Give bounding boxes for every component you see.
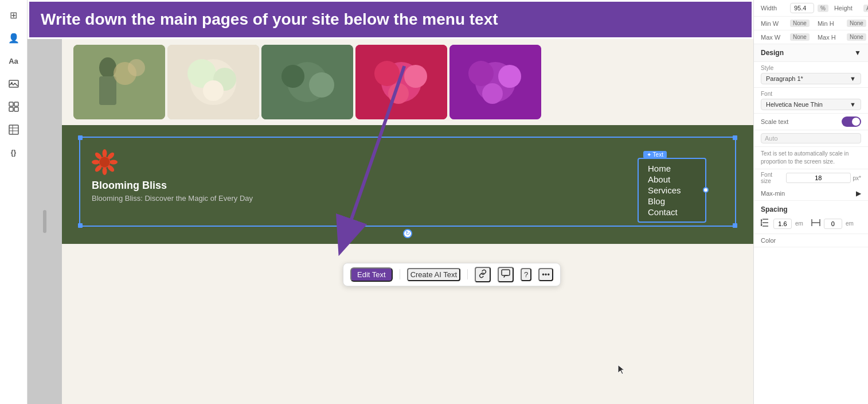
max-min-chevron[interactable]: ▶	[856, 189, 861, 197]
svg-rect-12	[99, 76, 116, 105]
line-height-input[interactable]	[773, 219, 792, 229]
scale-text-row: Scale text	[754, 114, 868, 130]
image-icon[interactable]	[3, 73, 24, 94]
max-w-value[interactable]: None	[790, 33, 810, 41]
text-icon[interactable]: Aa	[3, 50, 24, 71]
edit-text-button[interactable]: Edit Text	[350, 267, 393, 282]
comment-button[interactable]	[498, 267, 514, 282]
flower-image-5	[449, 45, 541, 119]
table-icon[interactable]	[3, 119, 24, 140]
flower-image-2	[167, 45, 259, 119]
font-label: Font	[761, 91, 861, 97]
grid-icon[interactable]: ⊞	[3, 5, 24, 25]
resize-handle-bl[interactable]	[78, 223, 83, 228]
svg-point-43	[92, 160, 100, 164]
auto-row	[754, 130, 868, 147]
scale-text-label: Scale text	[761, 118, 788, 125]
color-label: Color	[761, 237, 787, 244]
more-button[interactable]: •••	[538, 268, 553, 281]
width-label: Width	[761, 5, 787, 11]
color-row: Color	[754, 234, 868, 247]
svg-rect-2	[9, 102, 13, 106]
rotate-handle[interactable]: ↻	[403, 229, 412, 238]
resize-handle-br[interactable]	[733, 223, 737, 228]
page-canvas: Blooming Bliss Blooming Bliss: Discover …	[62, 39, 753, 404]
spacing-title: Spacing	[761, 205, 861, 213]
svg-point-28	[388, 83, 409, 104]
scale-text-toggle[interactable]	[842, 116, 861, 127]
svg-point-41	[103, 167, 107, 175]
resize-handle-right[interactable]	[703, 187, 709, 193]
style-label: Style	[761, 65, 861, 71]
min-w-value[interactable]: None	[790, 20, 810, 27]
svg-rect-5	[14, 107, 18, 111]
resize-handle-tl[interactable]	[78, 135, 83, 140]
font-row: Font Helvetica Neue Thin ▼	[754, 88, 868, 114]
logo-sunflower	[92, 149, 118, 175]
svg-point-22	[281, 65, 304, 88]
nav-item-blog[interactable]: Blog	[648, 196, 696, 206]
panel-width-row: Width % Height Auto	[754, 0, 868, 17]
create-ai-text-button[interactable]: Create AI Text	[407, 268, 460, 281]
max-min-label: Max-min	[761, 190, 785, 197]
brand-tagline: Blooming Bliss: Discover the Magic of Ev…	[92, 194, 253, 203]
svg-point-45	[100, 157, 110, 167]
max-h-value[interactable]: None	[847, 33, 866, 41]
style-row: Style Paragraph 1* ▼	[754, 62, 868, 88]
canvas-area: Blooming Bliss Blooming Bliss: Discover …	[28, 39, 753, 404]
cursor	[616, 364, 627, 375]
nav-list: Home About Services Blog Contact	[648, 164, 696, 217]
svg-point-32	[498, 65, 521, 88]
footer-logo-area: Blooming Bliss Blooming Bliss: Discover …	[92, 149, 253, 203]
flower-strip	[62, 39, 753, 125]
width-input[interactable]	[790, 3, 814, 13]
person-icon[interactable]: 👤	[3, 28, 24, 48]
letter-spacing-input[interactable]	[824, 219, 842, 229]
instruction-banner: Write down the main pages of your site b…	[28, 0, 753, 39]
widget-icon[interactable]	[3, 96, 24, 117]
letter-spacing-unit: em	[846, 220, 854, 227]
height-label: Height	[834, 5, 860, 11]
font-size-input[interactable]	[786, 173, 851, 183]
nav-item-contact[interactable]: Contact	[648, 207, 696, 217]
code-icon[interactable]: {}	[3, 142, 24, 163]
svg-rect-6	[9, 125, 18, 134]
height-value: Auto	[863, 5, 868, 12]
max-h-label: Max H	[818, 34, 843, 41]
footer-box[interactable]: Blooming Bliss Blooming Bliss: Discover …	[79, 137, 736, 227]
flower-image-1	[73, 45, 165, 119]
width-unit: %	[818, 5, 828, 12]
toolbar-separator	[400, 269, 400, 279]
green-section: Blooming Bliss Blooming Bliss: Discover …	[62, 125, 753, 244]
svg-rect-46	[502, 270, 510, 275]
svg-point-33	[482, 83, 503, 104]
min-h-value[interactable]: None	[847, 20, 866, 27]
toolbar-separator-2	[467, 269, 468, 279]
canvas-drag-handle[interactable]	[43, 210, 46, 233]
nav-item-about[interactable]: About	[648, 174, 696, 184]
nav-item-services[interactable]: Services	[648, 185, 696, 195]
help-button[interactable]: ?	[521, 268, 531, 281]
panel-min-row: Min W None Min H None	[754, 17, 868, 30]
panel-max-row: Max W None Max H None	[754, 30, 868, 44]
auto-input[interactable]	[761, 133, 861, 143]
min-h-label: Min H	[818, 20, 843, 27]
font-chevron: ▼	[850, 101, 856, 108]
canvas-left-bar	[28, 39, 62, 404]
link-button[interactable]	[475, 267, 491, 282]
style-value[interactable]: Paragraph 1* ▼	[761, 73, 861, 84]
design-section-header[interactable]: Design ▼	[754, 44, 868, 62]
font-value[interactable]: Helvetica Neue Thin ▼	[761, 99, 861, 110]
nav-item-home[interactable]: Home	[648, 164, 696, 173]
text-badge: ✦ Text	[643, 151, 667, 158]
max-min-row: Max-min ▶	[754, 187, 868, 201]
svg-point-19	[203, 80, 224, 101]
scale-note: Text is set to automatically scale in pr…	[754, 147, 868, 169]
svg-point-39	[110, 160, 118, 164]
svg-point-31	[468, 61, 494, 86]
svg-point-23	[309, 72, 334, 98]
resize-handle-tr[interactable]	[733, 135, 737, 140]
font-size-label: Font size	[761, 172, 784, 184]
style-chevron: ▼	[850, 75, 856, 82]
spacing-section: Spacing em	[754, 201, 868, 234]
